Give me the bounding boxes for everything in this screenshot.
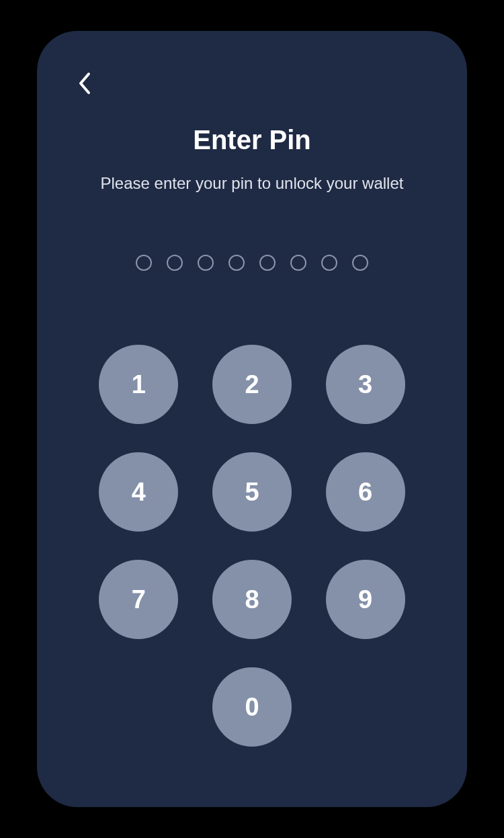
chevron-left-icon xyxy=(77,72,91,95)
pin-indicator xyxy=(64,255,440,271)
pin-dot xyxy=(352,255,368,271)
keypad-key-2[interactable]: 2 xyxy=(212,345,292,424)
keypad-key-0[interactable]: 0 xyxy=(212,667,292,747)
keypad-key-8[interactable]: 8 xyxy=(212,560,292,639)
pin-dot xyxy=(290,255,306,271)
pin-entry-screen: Enter Pin Please enter your pin to unloc… xyxy=(37,31,467,807)
keypad-key-7[interactable]: 7 xyxy=(99,560,178,639)
keypad-key-4[interactable]: 4 xyxy=(99,452,178,532)
keypad-key-1[interactable]: 1 xyxy=(99,345,178,424)
numeric-keypad: 1 2 3 4 5 6 7 8 9 0 xyxy=(64,345,440,747)
pin-dot xyxy=(259,255,276,271)
page-title: Enter Pin xyxy=(64,125,440,155)
keypad-key-5[interactable]: 5 xyxy=(212,452,292,532)
pin-dot xyxy=(228,255,245,271)
back-button[interactable] xyxy=(71,70,97,97)
keypad-key-9[interactable]: 9 xyxy=(326,560,405,639)
keypad-key-6[interactable]: 6 xyxy=(326,452,405,532)
page-subtitle: Please enter your pin to unlock your wal… xyxy=(64,174,440,193)
pin-dot xyxy=(198,255,214,271)
header-section: Enter Pin Please enter your pin to unloc… xyxy=(64,125,440,193)
pin-dot xyxy=(167,255,183,271)
keypad-key-3[interactable]: 3 xyxy=(326,345,405,424)
pin-dot xyxy=(321,255,337,271)
pin-dot xyxy=(136,255,152,271)
